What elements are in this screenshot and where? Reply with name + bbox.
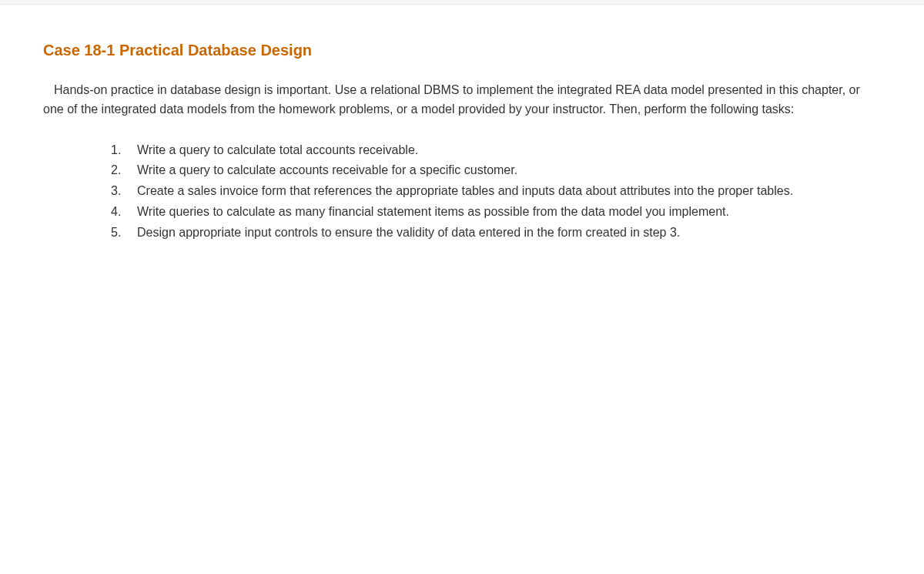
list-number: 2.: [111, 161, 137, 180]
list-item: 5. Design appropriate input controls to …: [111, 223, 850, 243]
list-number: 5.: [111, 223, 137, 243]
list-text: Write a query to calculate total account…: [137, 141, 850, 160]
list-text: Write a query to calculate accounts rece…: [137, 161, 850, 180]
list-number: 1.: [111, 141, 137, 160]
list-item: 1. Write a query to calculate total acco…: [111, 141, 850, 160]
task-list: 1. Write a query to calculate total acco…: [111, 141, 881, 243]
list-text: Create a sales invoice form that referen…: [137, 182, 850, 201]
list-text: Write queries to calculate as many finan…: [137, 203, 850, 222]
intro-paragraph: Hands-on practice in database design is …: [43, 81, 881, 119]
list-item: 2. Write a query to calculate accounts r…: [111, 161, 850, 180]
list-text: Design appropriate input controls to ens…: [137, 223, 850, 243]
list-item: 3. Create a sales invoice form that refe…: [111, 182, 850, 201]
list-number: 4.: [111, 203, 137, 222]
list-number: 3.: [111, 182, 137, 201]
list-item: 4. Write queries to calculate as many fi…: [111, 203, 850, 222]
case-heading: Case 18-1 Practical Database Design: [43, 42, 881, 59]
document-content: Case 18-1 Practical Database Design Hand…: [0, 5, 924, 243]
